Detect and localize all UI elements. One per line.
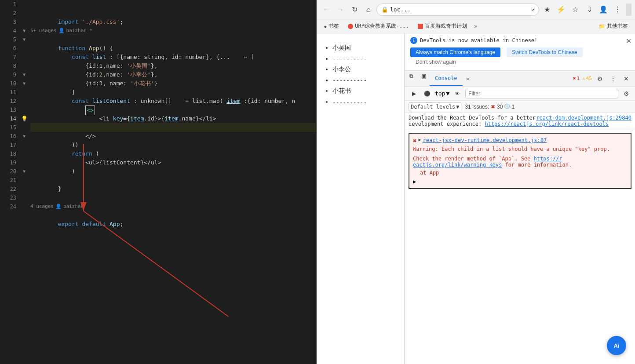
devtools-inspect-button[interactable]: ⧉ xyxy=(405,71,417,81)
usages-count-bottom: 4 usages xyxy=(30,202,54,211)
line-num-9: 9 xyxy=(0,70,16,79)
gutter-16[interactable]: ▼ xyxy=(20,132,29,141)
user-name-bottom: baizhan xyxy=(63,202,84,211)
code-line-19 xyxy=(30,167,316,176)
user-icon-top: 👤 xyxy=(58,26,65,35)
line-num-22: 22 xyxy=(0,185,16,193)
forward-button[interactable]: → xyxy=(334,4,347,16)
always-match-button[interactable]: Always match Chrome's language xyxy=(410,47,500,57)
chevron-down-levels-icon: ▼ xyxy=(456,104,459,110)
reload-button[interactable]: ↻ xyxy=(348,4,361,16)
error-expand-arrow[interactable]: ▶ xyxy=(418,137,421,142)
error-chevron-bottom[interactable]: ▶ xyxy=(413,178,627,185)
extension-button[interactable]: ⚡ xyxy=(555,4,567,16)
bookmarks-more[interactable]: » xyxy=(472,23,479,29)
switch-devtools-button[interactable]: Switch DevTools to Chinese xyxy=(507,47,583,57)
gutter-2 xyxy=(20,9,29,18)
gutter-5[interactable]: ▼ xyxy=(20,35,29,44)
download-button[interactable]: ⇓ xyxy=(583,4,595,16)
console-entry-react-devtools: react-dom.development.js:29840 Download … xyxy=(405,113,635,129)
external-link-icon: ↗ xyxy=(531,6,534,13)
line-num-5: 5 xyxy=(0,35,16,44)
code-line-20: } xyxy=(30,176,316,185)
fold-icon-5[interactable]: ▼ xyxy=(23,35,26,44)
default-levels-select[interactable]: Default levels ▼ xyxy=(409,102,461,111)
profile-button[interactable]: 👤 xyxy=(597,4,609,16)
gutter-19 xyxy=(20,158,29,167)
ai-button[interactable]: Ai xyxy=(607,336,626,355)
gutter-3 xyxy=(20,18,29,26)
code-line-13: <li>--------------------------</li> xyxy=(30,114,316,123)
line-num-21: 21 xyxy=(0,176,16,185)
code-line-21 xyxy=(30,185,316,193)
home-button[interactable]: ⌂ xyxy=(362,4,375,16)
error-box-header: ✖ ▶ react-jsx-dev-runtime.development.js… xyxy=(413,137,627,144)
devtools-close-button[interactable]: ✕ xyxy=(621,73,631,84)
gutter-10[interactable]: ▼ xyxy=(20,79,29,88)
user-name-top: baizhan * xyxy=(66,26,93,35)
url-text[interactable]: loc... xyxy=(390,6,411,13)
console-eye-button[interactable]: 👁 xyxy=(452,88,463,99)
gutter-22 xyxy=(20,185,29,193)
tab-console[interactable]: Console xyxy=(430,71,463,86)
error-warning-keys-link[interactable]: https://reactjs.org/link/warning-keys xyxy=(413,156,562,168)
gutter-20[interactable]: ▼ xyxy=(20,167,29,176)
line-num-11: 11 xyxy=(0,88,16,97)
back-button[interactable]: ← xyxy=(320,4,332,16)
console-gear-button[interactable]: ⚙ xyxy=(621,88,631,99)
line-num-4: 4 xyxy=(0,26,16,35)
devtools-more-button[interactable]: ⋮ xyxy=(608,73,618,84)
line-num-23: 23 xyxy=(0,193,16,202)
bookmark-star-button[interactable]: ★ xyxy=(541,4,553,16)
error-issues-count: 30 xyxy=(497,104,503,110)
fold-icon-9[interactable]: ▼ xyxy=(23,70,26,79)
error-badge: ✖ 1 xyxy=(573,76,580,81)
fold-icon-4[interactable]: ▼ xyxy=(23,26,26,35)
devtools-tabs: ⧉ ▣ Console » ✖ 1 ⚠ 45 ⚙ ⋮ xyxy=(405,71,635,87)
warning-triangle-icon: ⚠ xyxy=(582,76,585,81)
gutter-18 xyxy=(20,149,29,158)
error-source-link[interactable]: react-jsx-dev-runtime.development.js:87 xyxy=(423,137,547,143)
console-source-1[interactable]: react-dom.development.js:29840 xyxy=(536,115,631,121)
fold-icon-16[interactable]: ▼ xyxy=(23,132,26,141)
bookmarks-folder[interactable]: ★ 书签 xyxy=(320,22,343,31)
browser-panel: ← → ↻ ⌂ 🔒 loc... ↗ ★ ⚡ ☆ ⇓ 👤 ⋮ ★ 书签 URP综… xyxy=(317,0,635,364)
notification-close-button[interactable]: ✕ xyxy=(626,37,631,45)
baidu-favicon xyxy=(418,24,423,29)
devtools-settings-button[interactable]: ⚙ xyxy=(595,73,605,84)
console-prohibit-button[interactable]: ⚫ xyxy=(422,88,432,99)
code-line-11: <> xyxy=(30,97,316,106)
address-bar[interactable]: 🔒 loc... ↗ xyxy=(376,4,539,16)
favorite-button[interactable]: ☆ xyxy=(569,4,581,16)
line-num-18: 18 xyxy=(0,149,16,158)
line-num-3: 3 xyxy=(0,18,16,26)
console-body[interactable]: react-dom.development.js:29840 Download … xyxy=(405,113,635,364)
line-num-14: 14 xyxy=(0,114,16,123)
notif-text: DevTools is now available in Chinese! xyxy=(420,37,537,44)
gutter-9[interactable]: ▼ xyxy=(20,70,29,79)
fold-icon-20[interactable]: ▼ xyxy=(23,167,26,176)
menu-button[interactable]: ⋮ xyxy=(611,4,624,16)
gutter-15 xyxy=(20,123,29,132)
tab-more[interactable]: » xyxy=(463,71,473,86)
code-line-17: <ul>{listContent}</ul> xyxy=(30,149,316,158)
issues-button[interactable]: 31 Issues: ✖ 30 ⓘ 1 xyxy=(465,103,515,110)
dont-show-button[interactable]: Don't show again xyxy=(410,57,461,67)
notif-buttons: Always match Chrome's language Switch De… xyxy=(410,47,630,67)
gutter-17 xyxy=(20,141,29,149)
console-clear-button[interactable]: ▶ xyxy=(409,88,419,99)
console-filter-input[interactable] xyxy=(465,89,618,98)
error-x-icon: ✖ xyxy=(573,76,576,81)
bookmark-urp[interactable]: URP综合教务系统-... xyxy=(344,22,412,31)
code-content[interactable]: import './App.css'; 5+ usages 👤 baizhan … xyxy=(29,0,316,364)
code-line-24 xyxy=(30,220,316,229)
gutter-4[interactable]: ▼ xyxy=(20,26,29,35)
fold-icon-10[interactable]: ▼ xyxy=(23,79,26,88)
line-num-19: 19 xyxy=(0,158,16,167)
console-link-1[interactable]: https://reactjs.org/link/react-devtools xyxy=(485,121,609,127)
devtools-device-button[interactable]: ▣ xyxy=(417,71,430,81)
other-bookmarks[interactable]: 📁 其他书签 xyxy=(595,22,631,31)
code-line-1 xyxy=(30,0,316,9)
bookmarks-bar: ★ 书签 URP综合教务系统-... 百度游戏奇书计划 » 📁 其他书签 xyxy=(317,19,635,33)
bookmark-baidu[interactable]: 百度游戏奇书计划 xyxy=(414,22,471,31)
